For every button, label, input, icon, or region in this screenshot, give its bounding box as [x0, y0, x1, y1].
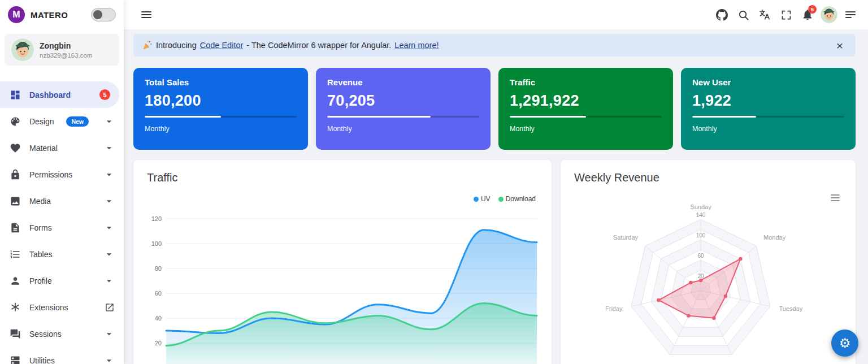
announcement-banner: Introducing Code Editor - The CodeMirror… [133, 34, 856, 57]
banner-close-button[interactable]: × [833, 38, 847, 53]
svg-text:100: 100 [151, 240, 162, 247]
legend-dot-download [498, 197, 504, 202]
notifications-button[interactable]: 5 [797, 4, 818, 25]
svg-text:60: 60 [155, 290, 162, 297]
search-icon [737, 9, 749, 21]
svg-text:60: 60 [697, 253, 704, 259]
banner-text-intro: Introducing [156, 41, 197, 50]
stat-value: 1,291,922 [510, 92, 662, 110]
lock-icon [9, 168, 21, 181]
sidebar-item-utilities[interactable]: Utilities [0, 347, 124, 364]
chevron-down-icon [103, 328, 115, 340]
sidebar-item-label: Extensions [29, 303, 68, 312]
content-area: Introducing Code Editor - The CodeMirror… [124, 29, 868, 364]
sidebar-item-label: Tables [29, 250, 52, 259]
sidebar-item-material[interactable]: Material [0, 135, 124, 161]
dashboard-icon [9, 89, 21, 101]
search-button[interactable] [732, 4, 754, 25]
chevron-down-icon [103, 142, 115, 154]
sidebar-item-label: Dashboard [29, 90, 71, 99]
github-button[interactable] [711, 4, 732, 25]
avatar-button[interactable] [818, 4, 840, 25]
traffic-area-chart: 20406080100120 [147, 205, 538, 364]
hamburger-menu-button[interactable] [137, 6, 155, 24]
brand-logo-letter: M [12, 10, 20, 20]
sidebar-item-design[interactable]: DesignNew [0, 108, 124, 135]
forum-icon [9, 328, 21, 340]
weekly-revenue-radar-chart: 2060100140SundayMondayTuesdayWednesdayTh… [574, 192, 842, 364]
weekly-revenue-chart-card: Weekly Revenue 2060100140SundayMondayTue… [561, 160, 856, 364]
svg-text:140: 140 [696, 212, 706, 218]
chevron-down-icon [103, 355, 115, 364]
list-numbered-icon [9, 248, 21, 261]
translate-button[interactable] [754, 4, 775, 25]
stat-title: Traffic [510, 77, 662, 87]
stat-value: 1,922 [692, 92, 844, 110]
traffic-chart-card: Traffic UV Download 20406080100120 [133, 160, 552, 364]
brand-name: MATERO [31, 10, 85, 20]
settings-panel-button[interactable] [840, 4, 861, 25]
sidebar: M MATERO Zongbin nzb329@163.com Dashboar… [0, 0, 124, 364]
svg-text:Tuesday: Tuesday [779, 305, 802, 312]
sidebar-item-media[interactable]: Media [0, 188, 124, 214]
chart-legend: UV Download [474, 195, 536, 203]
stat-title: New User [692, 77, 844, 87]
stat-card-traffic: Traffic 1,291,922 Monthly [498, 68, 673, 150]
chevron-down-icon [103, 196, 115, 207]
sidebar-collapse-toggle[interactable] [91, 8, 116, 21]
sidebar-item-permissions[interactable]: Permissions [0, 161, 124, 188]
sidebar-item-badge: 5 [99, 89, 110, 100]
topbar-avatar [821, 6, 837, 23]
stat-progress [510, 116, 662, 118]
stat-period: Monthly [692, 125, 844, 133]
topbar: 5 [124, 0, 868, 29]
fullscreen-button[interactable] [775, 4, 797, 25]
code-editor-link[interactable]: Code Editor [200, 41, 244, 50]
sidebar-item-label: Profile [29, 276, 52, 285]
stat-card-new-user: New User 1,922 Monthly [681, 68, 856, 150]
person-icon [9, 275, 21, 287]
stat-value: 70,205 [327, 92, 479, 110]
main-area: 5 Introducing Code Editor - The CodeMirr… [124, 0, 868, 364]
sidebar-item-label: Sessions [29, 330, 62, 339]
sidebar-item-badge: New [66, 116, 89, 127]
chart-title: Weekly Revenue [574, 171, 842, 184]
stat-card-revenue: Revenue 70,205 Monthly [316, 68, 491, 150]
legend-item-uv[interactable]: UV [474, 195, 491, 203]
sidebar-item-label: Design [29, 117, 54, 126]
banner-text-middle: - The CodeMirror 6 wrapper for Angular. [246, 41, 391, 50]
fullscreen-icon [780, 9, 792, 21]
sidebar-menu: Dashboard5DesignNewMaterialPermissionsMe… [0, 70, 124, 364]
sidebar-item-sessions[interactable]: Sessions [0, 320, 124, 347]
chevron-down-icon [103, 222, 115, 233]
document-icon [9, 222, 21, 234]
chart-menu-icon[interactable] [831, 194, 840, 202]
stat-title: Total Sales [145, 77, 297, 87]
svg-text:Saturday: Saturday [613, 234, 639, 241]
user-avatar [11, 38, 34, 61]
topbar-actions: 5 [711, 4, 861, 25]
sidebar-item-profile[interactable]: Profile [0, 267, 124, 294]
hamburger-icon [141, 9, 152, 20]
chevron-down-icon [103, 249, 115, 260]
settings-fab-button[interactable]: ⚙ [831, 330, 858, 357]
legend-item-download[interactable]: Download [498, 195, 536, 203]
translate-icon [758, 8, 771, 21]
sidebar-item-forms[interactable]: Forms [0, 214, 124, 241]
learn-more-link[interactable]: Learn more! [394, 41, 439, 50]
notification-badge: 5 [808, 5, 817, 14]
svg-text:20: 20 [697, 273, 704, 279]
stat-progress [327, 116, 479, 118]
svg-text:80: 80 [155, 265, 162, 272]
user-panel[interactable]: Zongbin nzb329@163.com [5, 34, 119, 66]
svg-text:40: 40 [155, 315, 162, 322]
sidebar-item-extensions[interactable]: Extensions [0, 294, 124, 320]
server-icon [9, 354, 21, 364]
sidebar-item-label: Permissions [29, 170, 72, 179]
palette-icon [9, 115, 21, 128]
sidebar-item-dashboard[interactable]: Dashboard5 [0, 81, 119, 108]
stats-row: Total Sales 180,200 Monthly Revenue 70,2… [133, 68, 856, 150]
stat-period: Monthly [145, 125, 297, 133]
external-link-icon [105, 302, 115, 313]
sidebar-item-tables[interactable]: Tables [0, 241, 124, 267]
